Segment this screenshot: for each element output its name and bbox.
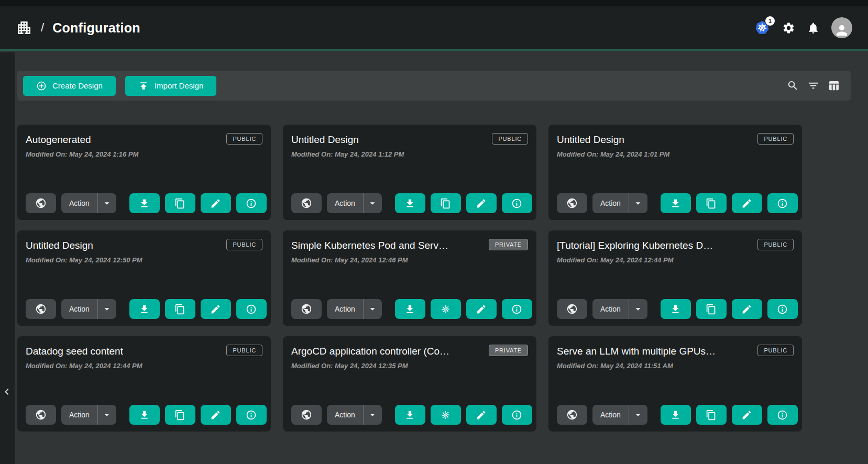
modified-timestamp: Modified On: May 24, 2024 1:01 PM: [557, 150, 794, 158]
action-split-button: Action: [592, 405, 647, 425]
plus-circle-icon: [36, 81, 47, 91]
download-button[interactable]: [129, 193, 160, 213]
search-icon[interactable]: [787, 80, 799, 92]
info-button[interactable]: [502, 299, 532, 319]
action-dropdown-button[interactable]: [98, 299, 116, 319]
edit-pencil-icon: [210, 410, 221, 421]
action-dropdown-button[interactable]: [629, 193, 647, 213]
info-button[interactable]: [502, 405, 532, 425]
table-view-icon[interactable]: [828, 80, 840, 92]
info-button[interactable]: [236, 299, 267, 319]
visibility-globe-button[interactable]: [291, 299, 322, 319]
designs-grid: Autogenerated PUBLIC Modified On: May 24…: [17, 125, 802, 432]
card-actions: Action: [291, 299, 532, 319]
card-actions: Action: [26, 299, 267, 319]
info-icon: [511, 304, 522, 315]
modified-timestamp: Modified On: May 24, 2024 11:51 AM: [557, 362, 794, 370]
info-button[interactable]: [502, 193, 532, 213]
action-dropdown-button[interactable]: [629, 299, 647, 319]
edit-button[interactable]: [466, 299, 497, 319]
edit-button[interactable]: [201, 405, 231, 425]
edit-button[interactable]: [201, 299, 231, 319]
download-icon: [139, 304, 150, 315]
action-button[interactable]: Action: [592, 299, 629, 319]
globe-icon: [35, 197, 47, 209]
action-button[interactable]: Action: [61, 405, 97, 425]
kubernetes-icon[interactable]: 1: [754, 20, 771, 36]
action-dropdown-button[interactable]: [98, 193, 116, 213]
clone-button[interactable]: [696, 193, 727, 213]
action-dropdown-button[interactable]: [364, 299, 382, 319]
card-header: Untitled Design PUBLIC: [557, 133, 794, 146]
edit-pencil-icon: [476, 410, 487, 421]
globe-icon: [301, 303, 312, 315]
action-button[interactable]: Action: [592, 193, 629, 213]
edit-button[interactable]: [732, 405, 762, 425]
download-button[interactable]: [129, 299, 160, 319]
visibility-globe-button[interactable]: [557, 193, 587, 213]
download-button[interactable]: [661, 193, 691, 213]
action-dropdown-button[interactable]: [629, 405, 647, 425]
card-actions: Action: [557, 193, 798, 213]
copy-icon: [706, 410, 717, 421]
download-button[interactable]: [661, 299, 691, 319]
action-button[interactable]: Action: [327, 299, 363, 319]
edit-button[interactable]: [466, 405, 497, 425]
card-header: [Tutorial] Exploring Kubernetes D… PUBLI…: [557, 239, 794, 251]
clone-button[interactable]: [431, 193, 461, 213]
clone-button[interactable]: [165, 299, 195, 319]
edit-button[interactable]: [466, 193, 497, 213]
download-button[interactable]: [661, 405, 691, 425]
action-dropdown-button[interactable]: [98, 405, 116, 425]
action-button[interactable]: Action: [61, 193, 97, 213]
download-button[interactable]: [395, 193, 425, 213]
download-button[interactable]: [129, 405, 160, 425]
info-button[interactable]: [236, 193, 267, 213]
visibility-globe-button[interactable]: [26, 405, 56, 425]
download-button[interactable]: [395, 405, 425, 425]
edit-button[interactable]: [732, 193, 762, 213]
avatar[interactable]: [831, 17, 852, 38]
meshery-swirl-icon: [440, 304, 451, 315]
clone-button[interactable]: [431, 299, 461, 319]
visibility-globe-button[interactable]: [557, 299, 587, 319]
globe-icon: [566, 303, 578, 315]
visibility-globe-button[interactable]: [557, 405, 587, 425]
visibility-globe-button[interactable]: [26, 299, 56, 319]
visibility-badge: PRIVATE: [489, 345, 528, 356]
clone-button[interactable]: [165, 405, 195, 425]
download-icon: [670, 198, 681, 209]
building-icon[interactable]: [16, 19, 32, 36]
import-design-button[interactable]: Import Design: [125, 76, 216, 96]
chevron-down-icon: [632, 303, 644, 315]
bell-icon[interactable]: [807, 21, 820, 35]
action-dropdown-button[interactable]: [364, 193, 382, 213]
info-button[interactable]: [236, 405, 267, 425]
clone-button[interactable]: [165, 193, 195, 213]
visibility-globe-button[interactable]: [291, 193, 322, 213]
action-button[interactable]: Action: [327, 193, 363, 213]
copy-icon: [706, 304, 717, 315]
action-dropdown-button[interactable]: [364, 405, 382, 425]
clone-button[interactable]: [696, 405, 727, 425]
action-button[interactable]: Action: [592, 405, 629, 425]
edit-button[interactable]: [201, 193, 231, 213]
clone-button[interactable]: [431, 405, 461, 425]
create-design-button[interactable]: Create Design: [23, 76, 116, 96]
info-button[interactable]: [767, 299, 798, 319]
visibility-globe-button[interactable]: [291, 405, 322, 425]
chevron-left-icon[interactable]: [1, 385, 13, 398]
clone-button[interactable]: [696, 299, 727, 319]
action-button[interactable]: Action: [327, 405, 363, 425]
design-card: [Tutorial] Exploring Kubernetes D… PUBLI…: [548, 230, 802, 326]
breadcrumb-separator: /: [41, 21, 44, 35]
gear-icon[interactable]: [782, 21, 795, 35]
action-button[interactable]: Action: [61, 299, 97, 319]
edit-button[interactable]: [732, 299, 762, 319]
visibility-badge: PUBLIC: [226, 345, 262, 356]
visibility-globe-button[interactable]: [26, 193, 56, 213]
filter-icon[interactable]: [807, 80, 819, 92]
info-button[interactable]: [767, 193, 798, 213]
download-button[interactable]: [395, 299, 425, 319]
info-button[interactable]: [767, 405, 798, 425]
